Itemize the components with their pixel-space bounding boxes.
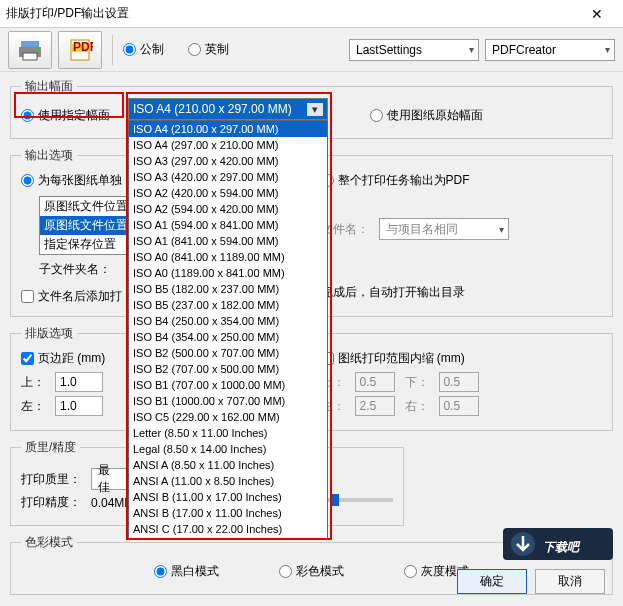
color-color-label: 彩色模式 [296,563,344,580]
paper-size-dropdown[interactable]: ISO A4 (210.00 x 297.00 MM) ISO A4 (210.… [128,98,328,540]
filename-value: 与项目名相同 [386,221,458,238]
paper-size-selected: ISO A4 (210.00 x 297.00 MM) [133,102,292,116]
r-bottom-label: 下： [405,374,429,391]
legend-output-size: 输出幅面 [21,78,77,95]
svg-rect-2 [23,53,37,60]
range-check-label: 图纸打印范围内缩 (mm) [338,350,465,367]
paper-size-option[interactable]: ISO A2 (420.00 x 594.00 MM) [129,185,327,201]
close-icon[interactable]: ✕ [577,6,617,22]
list-item[interactable]: 指定保存位置 [40,235,138,254]
whole-task-label: 整个打印任务输出为PDF [338,172,470,189]
margin-check-label: 页边距 (mm) [38,350,105,367]
use-original-label: 使用图纸原始幅面 [387,107,483,124]
pdf-icon: PDF [67,38,93,62]
subfolder-label: 子文件夹名： [39,261,111,278]
settings-select-value: LastSettings [356,43,422,57]
print-quality-label: 打印质里： [21,471,81,488]
r-right-input [439,396,479,416]
paper-size-option[interactable]: ANSI A (8.50 x 11.00 Inches) [129,457,327,473]
margin-left-input[interactable] [55,396,103,416]
paper-size-option[interactable]: ISO A1 (594.00 x 841.00 MM) [129,217,327,233]
unit-imperial-label: 英制 [205,41,229,58]
print-precision-label: 打印精度： [21,494,81,511]
paper-size-option[interactable]: ISO A4 (210.00 x 297.00 MM) [129,121,327,137]
paper-size-option[interactable]: ANSI B (17.00 x 11.00 Inches) [129,505,327,521]
range-check[interactable]: 图纸打印范围内缩 (mm) [321,350,465,367]
margin-left-label: 左： [21,398,45,415]
paper-size-option[interactable]: ANSI A (11.00 x 8.50 Inches) [129,473,327,489]
paper-size-option[interactable]: ISO B1 (707.00 x 1000.00 MM) [129,377,327,393]
paper-size-option[interactable]: ISO A1 (841.00 x 594.00 MM) [129,233,327,249]
legend-quality: 质里/精度 [21,439,80,456]
pdf-button[interactable]: PDF [58,31,102,69]
append-name-label: 文件名后添加打 [38,288,122,305]
margin-top-label: 上： [21,374,45,391]
window-title: 排版打印/PDF输出设置 [6,5,577,22]
list-item[interactable]: 原图纸文件位置 [40,197,138,216]
whole-task-radio[interactable]: 整个打印任务输出为PDF [321,172,470,189]
paper-size-option[interactable]: ANSI B (11.00 x 17.00 Inches) [129,489,327,505]
svg-text:下载吧: 下载吧 [543,540,581,554]
paper-size-option[interactable]: ISO B4 (354.00 x 250.00 MM) [129,329,327,345]
dialog-buttons: 确定 取消 [457,569,605,594]
scale-slider[interactable] [323,498,393,502]
use-specified-label: 使用指定幅面 [38,107,110,124]
paper-size-option[interactable]: ISO B4 (250.00 x 354.00 MM) [129,313,327,329]
unit-metric-label: 公制 [140,41,164,58]
paper-size-option[interactable]: ANSI C (17.00 x 22.00 Inches) [129,521,327,537]
use-specified-radio[interactable]: 使用指定幅面 [21,107,110,124]
svg-point-3 [36,48,39,51]
print-quality-value: 最佳 [98,462,120,496]
cancel-button[interactable]: 取消 [535,569,605,594]
paper-size-option[interactable]: ISO A3 (420.00 x 297.00 MM) [129,169,327,185]
paper-size-option[interactable]: ISO B5 (237.00 x 182.00 MM) [129,297,327,313]
color-bw-radio[interactable]: 黑白模式 [154,563,219,580]
print-button[interactable] [8,31,52,69]
paper-size-option[interactable]: ISO A3 (297.00 x 420.00 MM) [129,153,327,169]
svg-rect-0 [21,41,39,47]
unit-metric-radio[interactable]: 公制 [123,41,164,58]
paper-size-option[interactable]: ISO C5 (229.00 x 162.00 MM) [129,409,327,425]
legend-output-options: 输出选项 [21,147,77,164]
paper-size-option[interactable]: ISO A0 (841.00 x 1189.00 MM) [129,249,327,265]
per-drawing-radio[interactable]: 为每张图纸单独 [21,172,122,189]
paper-size-option[interactable]: ISO B1 (1000.00 x 707.00 MM) [129,393,327,409]
filename-select[interactable]: 与项目名相同 [379,218,509,240]
r-right-label: 右： [405,398,429,415]
paper-size-option[interactable]: ISO B2 (707.00 x 500.00 MM) [129,361,327,377]
auto-open-label: 完成后，自动打开输出目录 [321,285,465,299]
printer-select[interactable]: PDFCreator [485,39,615,61]
color-color-radio[interactable]: 彩色模式 [279,563,344,580]
color-bw-label: 黑白模式 [171,563,219,580]
paper-size-option[interactable]: Letter (8.50 x 11.00 Inches) [129,425,327,441]
append-name-check[interactable]: 文件名后添加打 [21,288,122,305]
ok-button[interactable]: 确定 [457,569,527,594]
r-top-input [355,372,395,392]
paper-size-option[interactable]: ISO B2 (500.00 x 707.00 MM) [129,345,327,361]
margin-check[interactable]: 页边距 (mm) [21,350,105,367]
paper-size-option[interactable]: ISO A0 (1189.00 x 841.00 MM) [129,265,327,281]
paper-size-option[interactable]: ISO A4 (297.00 x 210.00 MM) [129,137,327,153]
titlebar: 排版打印/PDF输出设置 ✕ [0,0,623,28]
paper-size-option[interactable]: ANSI C (22.00 x 17.00 Inches) [129,537,327,540]
unit-imperial-radio[interactable]: 英制 [188,41,229,58]
paper-size-option[interactable]: ISO A2 (594.00 x 420.00 MM) [129,201,327,217]
r-left-input [355,396,395,416]
save-location-listbox[interactable]: 原图纸文件位置 原图纸文件位置 指定保存位置 [39,196,139,255]
paper-size-list[interactable]: ISO A4 (210.00 x 297.00 MM)ISO A4 (297.0… [128,120,328,540]
legend-layout: 排版选项 [21,325,77,342]
paper-size-option[interactable]: ISO B5 (182.00 x 237.00 MM) [129,281,327,297]
per-drawing-label: 为每张图纸单独 [38,172,122,189]
use-original-radio[interactable]: 使用图纸原始幅面 [370,107,483,124]
svg-text:PDF: PDF [73,40,93,54]
printer-icon [17,38,43,62]
watermark-logo: 下载吧 [503,522,613,566]
list-item[interactable]: 原图纸文件位置 [40,216,138,235]
margin-top-input[interactable] [55,372,103,392]
r-bottom-input [439,372,479,392]
paper-size-option[interactable]: Legal (8.50 x 14.00 Inches) [129,441,327,457]
toolbar-divider [112,35,113,65]
printer-select-value: PDFCreator [492,43,556,57]
legend-color: 色彩模式 [21,534,77,551]
settings-select[interactable]: LastSettings [349,39,479,61]
